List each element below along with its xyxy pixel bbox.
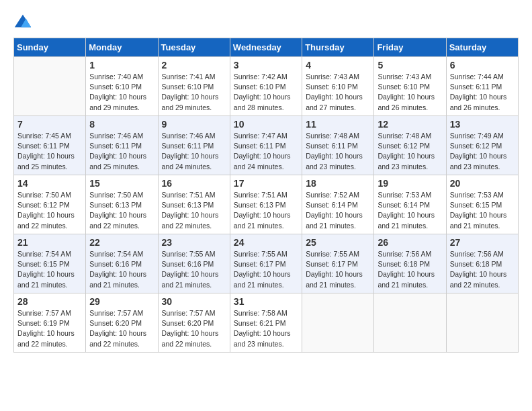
day-info: Sunrise: 7:42 AMSunset: 6:10 PMDaylight:…	[234, 72, 298, 113]
day-number: 25	[306, 237, 370, 248]
day-info: Sunrise: 7:50 AMSunset: 6:13 PMDaylight:…	[89, 190, 154, 231]
day-number: 24	[234, 237, 298, 248]
calendar-week-row: 7Sunrise: 7:45 AMSunset: 6:11 PMDaylight…	[14, 116, 519, 175]
calendar-cell: 5Sunrise: 7:43 AMSunset: 6:10 PMDaylight…	[374, 57, 446, 116]
day-info: Sunrise: 7:55 AMSunset: 6:16 PMDaylight:…	[162, 249, 226, 290]
calendar-cell: 7Sunrise: 7:45 AMSunset: 6:11 PMDaylight…	[14, 116, 86, 175]
day-info: Sunrise: 7:53 AMSunset: 6:14 PMDaylight:…	[378, 190, 442, 231]
calendar-cell: 28Sunrise: 7:57 AMSunset: 6:19 PMDayligh…	[14, 293, 86, 353]
day-info: Sunrise: 7:45 AMSunset: 6:11 PMDaylight:…	[17, 131, 82, 172]
calendar-cell: 24Sunrise: 7:55 AMSunset: 6:17 PMDayligh…	[230, 234, 302, 293]
day-number: 12	[378, 119, 442, 130]
day-number: 16	[162, 178, 226, 189]
logo	[13, 13, 35, 32]
day-number: 19	[378, 178, 442, 189]
day-number: 3	[234, 60, 298, 71]
calendar-cell: 29Sunrise: 7:57 AMSunset: 6:20 PMDayligh…	[86, 293, 158, 353]
calendar-cell: 17Sunrise: 7:51 AMSunset: 6:13 PMDayligh…	[230, 175, 302, 234]
day-number: 29	[89, 296, 154, 307]
weekday-header: Wednesday	[230, 38, 302, 57]
day-info: Sunrise: 7:47 AMSunset: 6:11 PMDaylight:…	[234, 131, 298, 172]
calendar-cell: 20Sunrise: 7:53 AMSunset: 6:15 PMDayligh…	[446, 175, 518, 234]
day-info: Sunrise: 7:43 AMSunset: 6:10 PMDaylight:…	[306, 72, 370, 113]
day-info: Sunrise: 7:57 AMSunset: 6:19 PMDaylight:…	[17, 308, 82, 349]
calendar-week-row: 21Sunrise: 7:54 AMSunset: 6:15 PMDayligh…	[14, 234, 519, 293]
day-info: Sunrise: 7:50 AMSunset: 6:12 PMDaylight:…	[17, 190, 82, 231]
calendar-cell: 2Sunrise: 7:41 AMSunset: 6:10 PMDaylight…	[158, 57, 230, 116]
calendar-cell	[14, 57, 86, 116]
day-info: Sunrise: 7:55 AMSunset: 6:17 PMDaylight:…	[234, 249, 298, 290]
day-number: 9	[162, 119, 226, 130]
day-info: Sunrise: 7:43 AMSunset: 6:10 PMDaylight:…	[378, 72, 442, 113]
header-row: SundayMondayTuesdayWednesdayThursdayFrid…	[14, 38, 519, 57]
day-info: Sunrise: 7:55 AMSunset: 6:17 PMDaylight:…	[306, 249, 370, 290]
day-number: 21	[17, 237, 82, 248]
day-info: Sunrise: 7:52 AMSunset: 6:14 PMDaylight:…	[306, 190, 370, 231]
day-number: 15	[89, 178, 154, 189]
calendar-cell: 25Sunrise: 7:55 AMSunset: 6:17 PMDayligh…	[302, 234, 374, 293]
calendar-cell: 13Sunrise: 7:49 AMSunset: 6:12 PMDayligh…	[446, 116, 518, 175]
calendar-cell: 15Sunrise: 7:50 AMSunset: 6:13 PMDayligh…	[86, 175, 158, 234]
day-number: 4	[306, 60, 370, 71]
calendar-cell: 10Sunrise: 7:47 AMSunset: 6:11 PMDayligh…	[230, 116, 302, 175]
day-number: 20	[450, 178, 515, 189]
logo-icon	[13, 13, 32, 32]
day-info: Sunrise: 7:51 AMSunset: 6:13 PMDaylight:…	[234, 190, 298, 231]
day-number: 6	[450, 60, 515, 71]
day-number: 22	[89, 237, 154, 248]
calendar-cell	[302, 293, 374, 353]
day-info: Sunrise: 7:49 AMSunset: 6:12 PMDaylight:…	[450, 131, 515, 172]
header	[13, 13, 519, 32]
calendar-cell: 27Sunrise: 7:56 AMSunset: 6:18 PMDayligh…	[446, 234, 518, 293]
day-number: 11	[306, 119, 370, 130]
day-number: 7	[17, 119, 82, 130]
calendar-cell: 6Sunrise: 7:44 AMSunset: 6:11 PMDaylight…	[446, 57, 518, 116]
calendar-week-row: 14Sunrise: 7:50 AMSunset: 6:12 PMDayligh…	[14, 175, 519, 234]
calendar-week-row: 28Sunrise: 7:57 AMSunset: 6:19 PMDayligh…	[14, 293, 519, 353]
day-number: 27	[450, 237, 515, 248]
calendar-cell: 1Sunrise: 7:40 AMSunset: 6:10 PMDaylight…	[86, 57, 158, 116]
calendar-cell: 18Sunrise: 7:52 AMSunset: 6:14 PMDayligh…	[302, 175, 374, 234]
day-info: Sunrise: 7:56 AMSunset: 6:18 PMDaylight:…	[378, 249, 442, 290]
day-info: Sunrise: 7:57 AMSunset: 6:20 PMDaylight:…	[162, 308, 226, 349]
day-info: Sunrise: 7:56 AMSunset: 6:18 PMDaylight:…	[450, 249, 515, 290]
calendar-cell: 11Sunrise: 7:48 AMSunset: 6:11 PMDayligh…	[302, 116, 374, 175]
day-info: Sunrise: 7:48 AMSunset: 6:11 PMDaylight:…	[306, 131, 370, 172]
weekday-header: Tuesday	[158, 38, 230, 57]
calendar-cell: 26Sunrise: 7:56 AMSunset: 6:18 PMDayligh…	[374, 234, 446, 293]
calendar-cell: 3Sunrise: 7:42 AMSunset: 6:10 PMDaylight…	[230, 57, 302, 116]
calendar-cell: 21Sunrise: 7:54 AMSunset: 6:15 PMDayligh…	[14, 234, 86, 293]
day-number: 8	[89, 119, 154, 130]
calendar-cell: 31Sunrise: 7:58 AMSunset: 6:21 PMDayligh…	[230, 293, 302, 353]
calendar-cell: 8Sunrise: 7:46 AMSunset: 6:11 PMDaylight…	[86, 116, 158, 175]
day-info: Sunrise: 7:40 AMSunset: 6:10 PMDaylight:…	[89, 72, 154, 113]
day-info: Sunrise: 7:48 AMSunset: 6:12 PMDaylight:…	[378, 131, 442, 172]
day-number: 10	[234, 119, 298, 130]
day-info: Sunrise: 7:41 AMSunset: 6:10 PMDaylight:…	[162, 72, 226, 113]
day-info: Sunrise: 7:44 AMSunset: 6:11 PMDaylight:…	[450, 72, 515, 113]
day-number: 2	[162, 60, 226, 71]
calendar-cell	[374, 293, 446, 353]
day-number: 23	[162, 237, 226, 248]
calendar-cell: 19Sunrise: 7:53 AMSunset: 6:14 PMDayligh…	[374, 175, 446, 234]
calendar-cell: 23Sunrise: 7:55 AMSunset: 6:16 PMDayligh…	[158, 234, 230, 293]
calendar-cell: 30Sunrise: 7:57 AMSunset: 6:20 PMDayligh…	[158, 293, 230, 353]
calendar-cell: 14Sunrise: 7:50 AMSunset: 6:12 PMDayligh…	[14, 175, 86, 234]
day-number: 26	[378, 237, 442, 248]
day-number: 18	[306, 178, 370, 189]
calendar-cell: 12Sunrise: 7:48 AMSunset: 6:12 PMDayligh…	[374, 116, 446, 175]
day-info: Sunrise: 7:51 AMSunset: 6:13 PMDaylight:…	[162, 190, 226, 231]
day-number: 5	[378, 60, 442, 71]
day-number: 13	[450, 119, 515, 130]
weekday-header: Friday	[374, 38, 446, 57]
day-number: 28	[17, 296, 82, 307]
day-info: Sunrise: 7:57 AMSunset: 6:20 PMDaylight:…	[89, 308, 154, 349]
calendar-cell: 4Sunrise: 7:43 AMSunset: 6:10 PMDaylight…	[302, 57, 374, 116]
day-info: Sunrise: 7:58 AMSunset: 6:21 PMDaylight:…	[234, 308, 298, 349]
day-info: Sunrise: 7:53 AMSunset: 6:15 PMDaylight:…	[450, 190, 515, 231]
day-number: 30	[162, 296, 226, 307]
calendar-cell: 22Sunrise: 7:54 AMSunset: 6:16 PMDayligh…	[86, 234, 158, 293]
weekday-header: Saturday	[446, 38, 518, 57]
calendar-cell: 16Sunrise: 7:51 AMSunset: 6:13 PMDayligh…	[158, 175, 230, 234]
weekday-header: Thursday	[302, 38, 374, 57]
